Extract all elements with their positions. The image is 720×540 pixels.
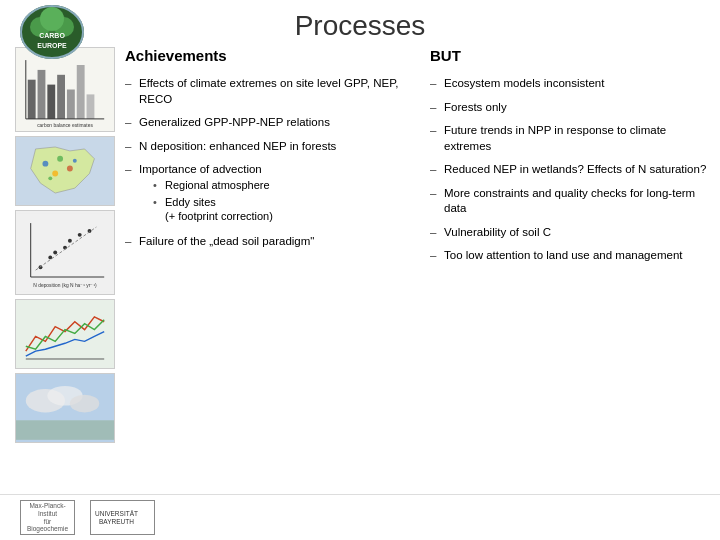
svg-rect-15 (87, 94, 95, 119)
sub-bullet-1: • Regional atmosphere (153, 178, 405, 192)
but-item-2: – Forests only (430, 100, 710, 116)
but-text-4: Reduced NEP in wetlands? Effects of N sa… (444, 162, 710, 178)
achievement-text-4: Importance of advection • Regional atmos… (139, 162, 405, 226)
svg-point-20 (42, 161, 48, 167)
left-sidebar: carbon balance estimates (10, 47, 120, 494)
but-item-3: – Future trends in NPP in response to cl… (430, 123, 710, 154)
logo: CARBO EUROPE (20, 5, 90, 65)
svg-point-23 (52, 171, 58, 177)
svg-point-33 (68, 239, 72, 243)
dash-3: – (125, 139, 139, 155)
but-dash-7: – (430, 248, 444, 264)
achievement-text-3: N deposition: enhanced NEP in forests (139, 139, 405, 155)
svg-rect-13 (67, 90, 75, 119)
but-dash-3: – (430, 123, 444, 154)
page-title: Processes (295, 10, 426, 42)
achievement-text-5: Failure of the „dead soil paradigm" (139, 234, 405, 250)
svg-rect-11 (47, 85, 55, 119)
achievement-text-2: Generalized GPP-NPP-NEP relations (139, 115, 405, 131)
uni-logo: UNIVERSITÄT BAYREUTH (90, 500, 155, 535)
but-dash-6: – (430, 225, 444, 241)
svg-point-25 (48, 176, 52, 180)
sub-bullet-2: • Eddy sites (+ footprint correction) (153, 195, 405, 224)
achievement-item-5: – Failure of the „dead soil paradigm" (125, 234, 405, 250)
but-text-3: Future trends in NPP in response to clim… (444, 123, 710, 154)
svg-point-21 (57, 156, 63, 162)
dash-4: – (125, 162, 139, 226)
dash-1: – (125, 76, 139, 107)
right-content: Achievements – Effects of climate extrem… (120, 47, 710, 494)
but-text-5: More constraints and quality checks for … (444, 186, 710, 217)
but-text-6: Vulnerability of soil C (444, 225, 710, 241)
but-header: BUT (430, 47, 710, 66)
svg-text:N deposition (kg N ha⁻¹ yr⁻¹): N deposition (kg N ha⁻¹ yr⁻¹) (33, 283, 97, 288)
sidebar-image-3: N deposition (kg N ha⁻¹ yr⁻¹) (15, 210, 115, 295)
svg-point-34 (78, 233, 82, 237)
but-item-5: – More constraints and quality checks fo… (430, 186, 710, 217)
svg-rect-10 (38, 70, 46, 119)
but-item-4: – Reduced NEP in wetlands? Effects of N … (430, 162, 710, 178)
but-dash-2: – (430, 100, 444, 116)
sidebar-image-5 (15, 373, 115, 443)
main-content: carbon balance estimates (0, 47, 720, 494)
dash-2: – (125, 115, 139, 131)
sidebar-image-2 (15, 136, 115, 206)
achievement-item-1: – Effects of climate extremes on site le… (125, 76, 405, 107)
dash-5: – (125, 234, 139, 250)
svg-text:carbon balance estimates: carbon balance estimates (37, 123, 93, 128)
svg-point-31 (53, 251, 57, 255)
svg-rect-14 (77, 65, 85, 119)
but-dash-1: – (430, 76, 444, 92)
svg-point-22 (67, 166, 73, 172)
achievement-item-3: – N deposition: enhanced NEP in forests (125, 139, 405, 155)
bottom-bar: Max-Planck-Institut für Biogeochemie UNI… (0, 494, 720, 540)
achievement-item-2: – Generalized GPP-NPP-NEP relations (125, 115, 405, 131)
but-item-6: – Vulnerability of soil C (430, 225, 710, 241)
sub-bullet-text-2: Eddy sites (+ footprint correction) (165, 195, 273, 224)
achievement-item-4: – Importance of advection • Regional atm… (125, 162, 405, 226)
mpg-logo: Max-Planck-Institut für Biogeochemie (20, 500, 75, 535)
svg-text:EUROPE: EUROPE (37, 42, 67, 49)
achievements-header: Achievements (125, 47, 405, 66)
header: CARBO EUROPE Processes (0, 0, 720, 47)
svg-point-43 (70, 395, 99, 413)
but-column: BUT – Ecosystem models inconsistent – Fo… (425, 47, 710, 494)
achievements-column: Achievements – Effects of climate extrem… (125, 47, 415, 494)
page: CARBO EUROPE Processes (0, 0, 720, 540)
achievement-text-1: Effects of climate extremes on site leve… (139, 76, 405, 107)
svg-rect-44 (16, 420, 114, 440)
but-dash-4: – (430, 162, 444, 178)
svg-rect-9 (28, 80, 36, 119)
but-item-7: – Too low attention to land use and mana… (430, 248, 710, 264)
sub-bullet-text-1: Regional atmosphere (165, 178, 270, 192)
svg-rect-12 (57, 75, 65, 119)
svg-point-24 (73, 159, 77, 163)
but-text-7: Too low attention to land use and manage… (444, 248, 710, 264)
but-item-1: – Ecosystem models inconsistent (430, 76, 710, 92)
sidebar-image-4 (15, 299, 115, 369)
but-text-1: Ecosystem models inconsistent (444, 76, 710, 92)
svg-text:CARBO: CARBO (39, 32, 65, 39)
but-text-2: Forests only (444, 100, 710, 116)
svg-point-4 (40, 7, 64, 31)
but-dash-5: – (430, 186, 444, 217)
